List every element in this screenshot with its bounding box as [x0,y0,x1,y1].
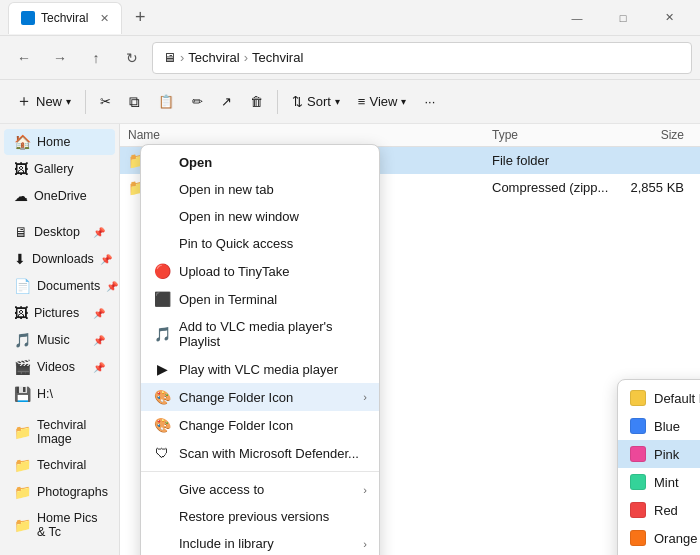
menu-item-restore-previous[interactable]: Restore previous versions [141,503,379,530]
sidebar-item-documents[interactable]: 📄 Documents 📌 [4,273,115,299]
copy-icon: ⧉ [129,93,140,111]
menu-item-pin-quick[interactable]: Pin to Quick access [141,230,379,257]
maximize-button[interactable]: □ [600,0,646,36]
submenu-item-orange[interactable]: Orange [618,524,700,552]
file-type: File folder [492,153,612,168]
view-button[interactable]: ≡ View ▾ [350,86,415,118]
submenu-item-blue[interactable]: Blue [618,412,700,440]
gallery-icon: 🖼 [14,161,28,177]
folder-icon-submenu: Default Folder Icon Blue Pink Mint [617,379,700,555]
desktop-icon: 🖥 [14,224,28,240]
file-size: 2,855 KB [612,180,692,195]
sidebar-item-gallery[interactable]: 🖼 Gallery [4,156,115,182]
view-chevron-icon: ▾ [401,96,406,107]
close-button[interactable]: ✕ [646,0,692,36]
view-label: View [369,94,397,109]
sidebar-item-techviral[interactable]: 📁 Techviral [4,452,115,478]
rename-icon: ✏ [192,94,203,109]
folder-icon: 📁 [14,457,31,473]
sidebar-item-label: Techviral [37,458,86,472]
menu-item-upload-tinytake[interactable]: 🔴 Upload to TinyTake [141,257,379,285]
forward-button[interactable]: → [44,42,76,74]
sidebar-item-music[interactable]: 🎵 Music 📌 [4,327,115,353]
submenu-item-default[interactable]: Default Folder Icon [618,384,700,412]
submenu-item-red[interactable]: Red [618,496,700,524]
menu-item-change-folder-icon2[interactable]: 🎨 Change Folder Icon [141,411,379,439]
sidebar-item-label: Techviral Image [37,418,105,446]
home-icon: 🏠 [14,134,31,150]
submenu-item-mint[interactable]: Mint [618,468,700,496]
more-button[interactable]: ··· [416,86,443,118]
sort-button[interactable]: ⇅ Sort ▾ [284,86,348,118]
submenu-item-pink[interactable]: Pink [618,440,700,468]
titlebar: Techviral ✕ + — □ ✕ [0,0,700,36]
column-name[interactable]: Name [128,128,332,142]
terminal-icon: ⬛ [153,291,171,307]
sidebar-item-desktop[interactable]: 🖥 Desktop 📌 [4,219,115,245]
sidebar-item-home[interactable]: 🏠 Home [4,129,115,155]
folder-icon: 📁 [14,517,31,533]
copy-button[interactable]: ⧉ [121,86,148,118]
menu-item-change-folder-icon[interactable]: 🎨 Change Folder Icon › Default Folder Ic… [141,383,379,411]
paste-button[interactable]: 📋 [150,86,182,118]
sidebar-item-label: Home Pics & Tc [37,511,105,539]
new-button[interactable]: ＋ New ▾ [8,86,79,118]
menu-item-open-new-tab[interactable]: Open in new tab [141,176,379,203]
tab-close-button[interactable]: ✕ [100,12,109,25]
swatch-default [630,390,646,406]
new-tab-button[interactable]: + [126,4,154,32]
column-type[interactable]: Type [492,128,612,142]
tab-label: Techviral [41,11,88,25]
sidebar-item-label: Documents [37,279,100,293]
sidebar-item-onedrive[interactable]: ☁ OneDrive [4,183,115,209]
address-bar[interactable]: 🖥 › Techviral › Techviral [152,42,692,74]
swatch-blue [630,418,646,434]
menu-item-give-access[interactable]: Give access to › [141,476,379,503]
sidebar-item-drive-h[interactable]: 💾 H:\ [4,381,115,407]
swatch-pink [630,446,646,462]
menu-item-open-terminal[interactable]: ⬛ Open in Terminal [141,285,379,313]
menu-item-open[interactable]: Open [141,149,379,176]
menu-item-vlc-play[interactable]: ▶ Play with VLC media player [141,355,379,383]
share-button[interactable]: ↗ [213,86,240,118]
menu-item-vlc-playlist[interactable]: 🎵 Add to VLC media player's Playlist [141,313,379,355]
tinytake-icon: 🔴 [153,263,171,279]
share-icon: ↗ [221,94,232,109]
submenu-item-label: Blue [654,419,680,434]
back-button[interactable]: ← [8,42,40,74]
refresh-button[interactable]: ↻ [116,42,148,74]
menu-item-open-new-window[interactable]: Open in new window [141,203,379,230]
sidebar-item-home-pics[interactable]: 📁 Home Pics & Tc [4,506,115,544]
minimize-button[interactable]: — [554,0,600,36]
view-icon: ≡ [358,94,366,109]
chevron-right-icon: › [363,538,367,550]
sidebar-item-label: Downloads [32,252,94,266]
paste-icon: 📋 [158,94,174,109]
pictures-icon: 🖼 [14,305,28,321]
sidebar-item-techviral-img[interactable]: 📁 Techviral Image [4,413,115,451]
menu-item-include-library[interactable]: Include in library › [141,530,379,555]
sidebar-item-videos[interactable]: 🎬 Videos 📌 [4,354,115,380]
sidebar-item-label: H:\ [37,387,53,401]
toolbar: ＋ New ▾ ✂ ⧉ 📋 ✏ ↗ 🗑 ⇅ Sort ▾ ≡ View ▾ ··… [0,80,700,124]
folder-icon: 📁 [14,424,31,440]
toolbar-separator-1 [85,90,86,114]
sidebar-item-downloads[interactable]: ⬇ Downloads 📌 [4,246,115,272]
pin-icon: 📌 [93,335,105,346]
sidebar-item-pictures[interactable]: 🖼 Pictures 📌 [4,300,115,326]
sidebar-item-label: Pictures [34,306,79,320]
chevron-right-icon: › [363,484,367,496]
pin-icon: 📌 [106,281,118,292]
menu-item-scan-defender[interactable]: 🛡 Scan with Microsoft Defender... [141,439,379,467]
sidebar-item-label: OneDrive [34,189,87,203]
change-folder-icon: 🎨 [153,389,171,405]
up-button[interactable]: ↑ [80,42,112,74]
sidebar-item-photographs[interactable]: 📁 Photographs [4,479,115,505]
column-size[interactable]: Size [612,128,692,142]
cut-button[interactable]: ✂ [92,86,119,118]
sidebar-item-label: Photographs [37,485,108,499]
defender-icon: 🛡 [153,445,171,461]
tab-techviral[interactable]: Techviral ✕ [8,2,122,34]
rename-button[interactable]: ✏ [184,86,211,118]
delete-button[interactable]: 🗑 [242,86,271,118]
